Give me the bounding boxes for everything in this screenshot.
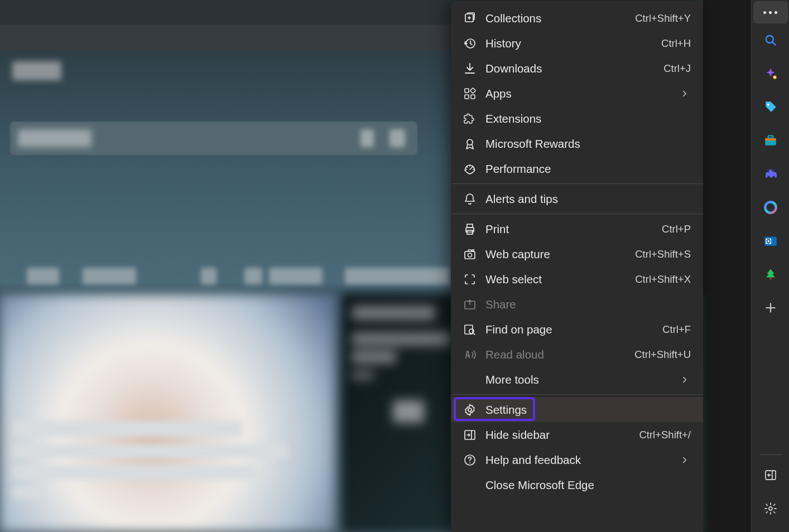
menu-item-find-on-page[interactable]: Find on pageCtrl+F xyxy=(451,317,703,342)
svg-rect-2 xyxy=(465,89,469,93)
share-icon xyxy=(463,298,485,311)
sidebar-games-icon[interactable] xyxy=(754,157,787,191)
sidebar-tree-icon[interactable] xyxy=(754,258,787,291)
help-icon xyxy=(463,453,485,467)
apps-icon xyxy=(463,87,485,100)
menu-item-read-aloud: Read aloudCtrl+Shift+U xyxy=(451,342,703,367)
svg-rect-4 xyxy=(471,95,475,99)
menu-item-extensions[interactable]: Extensions xyxy=(451,106,703,131)
menu-separator xyxy=(451,214,703,214)
settings-icon xyxy=(463,403,485,417)
hidesidebar-icon xyxy=(463,428,485,442)
print-icon xyxy=(463,223,485,236)
menu-item-web-capture[interactable]: Web captureCtrl+Shift+S xyxy=(451,241,703,267)
menu-item-label: Share xyxy=(485,298,691,311)
menu-item-label: Web select xyxy=(485,273,635,286)
menu-item-web-select[interactable]: Web selectCtrl+Shift+X xyxy=(451,267,703,292)
menu-item-label: Collections xyxy=(485,12,635,25)
search-action-icon[interactable] xyxy=(360,129,374,147)
menu-item-alerts-and-tips[interactable]: Alerts and tips xyxy=(451,186,703,211)
menu-item-settings[interactable]: Settings xyxy=(451,397,703,422)
menu-item-collections[interactable]: CollectionsCtrl+Shift+Y xyxy=(451,6,703,31)
menu-shortcut: Ctrl+Shift+X xyxy=(635,273,691,286)
menu-shortcut: Ctrl+H xyxy=(661,37,691,50)
menu-item-label: Hide sidebar xyxy=(485,428,639,442)
svg-rect-8 xyxy=(467,224,473,228)
menu-item-label: Microsoft Rewards xyxy=(485,137,691,151)
menu-item-label: Web capture xyxy=(485,248,635,261)
ellipsis-icon xyxy=(763,11,777,14)
sidebar-plus-icon[interactable] xyxy=(754,291,787,325)
more-button[interactable] xyxy=(753,1,788,23)
menu-item-print[interactable]: PrintCtrl+P xyxy=(451,216,703,241)
sidebar-ai-sparkle-icon[interactable] xyxy=(754,57,787,90)
svg-point-16 xyxy=(468,408,472,412)
sidebar-outlook-icon[interactable] xyxy=(754,224,787,258)
menu-item-label: Alerts and tips xyxy=(485,192,691,206)
menu-item-label: Help and feedback xyxy=(485,453,680,467)
webselect-icon xyxy=(463,273,485,286)
svg-point-11 xyxy=(468,253,472,257)
menu-item-label: Downloads xyxy=(485,62,663,75)
menu-item-more-tools[interactable]: More tools xyxy=(451,367,703,392)
menu-item-label: History xyxy=(485,37,661,50)
menu-item-label: Apps xyxy=(485,87,680,100)
sidebar-office-icon[interactable] xyxy=(754,191,787,224)
menu-shortcut: Ctrl+Shift+S xyxy=(635,248,691,260)
menu-item-label: Settings xyxy=(485,403,691,417)
menu-item-downloads[interactable]: DownloadsCtrl+J xyxy=(451,56,703,81)
nav-item[interactable] xyxy=(269,268,323,284)
menu-item-performance[interactable]: Performance xyxy=(451,156,703,181)
performance-icon xyxy=(463,162,485,176)
sidebar-search-icon[interactable] xyxy=(754,23,787,57)
article-card-text xyxy=(13,420,304,487)
svg-point-22 xyxy=(767,104,769,106)
search-submit-icon[interactable] xyxy=(389,129,405,147)
menu-item-microsoft-rewards[interactable]: Microsoft Rewards xyxy=(451,131,703,156)
sidebar-toolbox-icon[interactable] xyxy=(754,124,787,157)
menu-separator xyxy=(451,394,703,395)
article-card[interactable] xyxy=(0,294,335,532)
extensions-icon xyxy=(463,112,485,125)
svg-point-12 xyxy=(473,249,474,251)
menu-shortcut: Ctrl+J xyxy=(663,62,691,75)
menu-item-close-microsoft-edge[interactable]: Close Microsoft Edge xyxy=(451,472,703,497)
svg-rect-25 xyxy=(768,136,773,138)
menu-item-hide-sidebar[interactable]: Hide sidebarCtrl+Shift+/ xyxy=(451,422,703,447)
svg-rect-5 xyxy=(470,88,476,93)
svg-point-19 xyxy=(469,462,470,463)
sidebar-collapse-sidebar-icon[interactable] xyxy=(754,458,787,492)
svg-point-28 xyxy=(765,202,776,213)
nav-item[interactable] xyxy=(201,268,217,284)
sidebar-shopping-tag-icon[interactable] xyxy=(754,90,787,124)
svg-point-26 xyxy=(767,169,769,171)
webcapture-icon xyxy=(463,248,485,261)
nav-item[interactable] xyxy=(345,268,450,284)
menu-item-label: Find on page xyxy=(485,323,662,336)
nav-item[interactable] xyxy=(83,268,136,284)
readaloud-icon xyxy=(463,348,485,361)
svg-point-27 xyxy=(772,169,774,171)
menu-item-history[interactable]: HistoryCtrl+H xyxy=(451,31,703,56)
menu-item-label: Extensions xyxy=(485,112,691,125)
menu-item-share: Share xyxy=(451,292,703,317)
svg-point-6 xyxy=(467,139,473,145)
svg-rect-14 xyxy=(465,325,473,334)
search-placeholder xyxy=(18,129,92,147)
menu-shortcut: Ctrl+Shift+U xyxy=(634,349,691,361)
menu-shortcut: Ctrl+Shift+/ xyxy=(639,429,691,441)
svg-rect-3 xyxy=(465,95,469,99)
rewards-icon xyxy=(463,137,485,151)
menu-item-help-and-feedback[interactable]: Help and feedback xyxy=(451,447,703,472)
nav-item[interactable] xyxy=(244,268,262,284)
page-search-box[interactable] xyxy=(10,122,417,155)
menu-item-apps[interactable]: Apps xyxy=(451,81,703,106)
menu-item-label: Print xyxy=(485,223,662,236)
nav-item[interactable] xyxy=(27,268,59,284)
menu-separator xyxy=(451,183,703,184)
chevron-right-icon xyxy=(680,89,691,99)
site-logo xyxy=(12,61,61,80)
chevron-right-icon xyxy=(680,375,691,385)
svg-point-34 xyxy=(769,507,772,510)
sidebar-gear-icon[interactable] xyxy=(754,492,787,525)
